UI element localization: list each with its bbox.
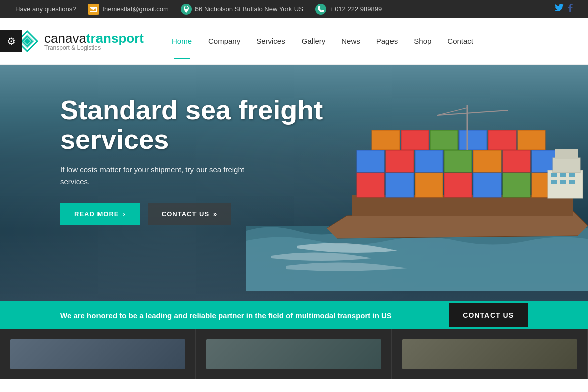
svg-rect-23 <box>459 130 487 150</box>
svg-rect-17 <box>473 150 501 172</box>
nav-item-news[interactable]: News <box>333 23 368 59</box>
nav-item-gallery[interactable]: Gallery <box>293 23 334 59</box>
read-more-button[interactable]: READ MORE › <box>60 203 140 225</box>
svg-rect-15 <box>415 150 443 172</box>
svg-rect-24 <box>488 130 516 150</box>
topbar-phone[interactable]: + 012 222 989899 <box>315 4 382 15</box>
svg-rect-16 <box>444 150 472 172</box>
card-item-3 <box>392 329 588 379</box>
nav-item-contact[interactable]: Contact <box>439 23 481 59</box>
logo[interactable]: canavatransport Transport & Logistics <box>15 29 144 53</box>
gear-icon: ⚙ <box>7 35 16 47</box>
settings-button[interactable]: ⚙ <box>0 30 22 52</box>
facebook-icon[interactable] <box>568 3 573 15</box>
topbar-question: Have any questions? <box>15 5 76 13</box>
nav-item-home[interactable]: Home <box>164 23 200 59</box>
email-icon <box>88 4 99 15</box>
svg-rect-33 <box>560 180 566 184</box>
svg-rect-18 <box>503 150 530 172</box>
social-links <box>555 3 573 15</box>
arrow-icon: › <box>123 210 125 218</box>
svg-rect-28 <box>555 149 578 159</box>
phone-icon <box>315 4 326 15</box>
svg-rect-22 <box>430 130 458 150</box>
nav-item-pages[interactable]: Pages <box>368 23 406 59</box>
card-image-3 <box>402 339 577 369</box>
card-image-2 <box>206 339 381 369</box>
svg-rect-11 <box>503 173 530 197</box>
nav-item-shop[interactable]: Shop <box>406 23 439 59</box>
svg-rect-34 <box>569 180 575 184</box>
logo-text: canavatransport Transport & Logistics <box>44 31 144 51</box>
hero-section: Standard sea freight services If low cos… <box>0 65 588 301</box>
hero-title: Standard sea freight services <box>60 95 372 155</box>
svg-rect-5 <box>352 195 573 216</box>
header: ⚙ canavatransport Transport & Logistics … <box>0 18 588 65</box>
banner-strip: We are honored to be a leading and relia… <box>0 301 588 329</box>
svg-rect-30 <box>560 173 566 177</box>
cards-section <box>0 329 588 379</box>
svg-rect-25 <box>518 130 545 150</box>
location-icon <box>181 4 192 15</box>
topbar-address: 66 Nicholson St Buffalo New York US <box>181 4 303 15</box>
hero-subtitle: If low costs matter for your shipment, t… <box>60 164 291 188</box>
banner-text: We are honored to be a leading and relia… <box>60 311 449 320</box>
card-image-1 <box>10 339 185 369</box>
svg-rect-32 <box>551 180 557 184</box>
svg-rect-27 <box>553 158 580 173</box>
main-nav: Home Company Services Gallery News Pages… <box>164 23 573 59</box>
twitter-icon[interactable] <box>555 3 564 15</box>
card-item-1 <box>0 329 196 379</box>
svg-rect-7 <box>386 173 414 197</box>
nav-item-company[interactable]: Company <box>200 23 248 59</box>
card-item-2 <box>196 329 392 379</box>
svg-rect-20 <box>372 130 400 150</box>
svg-rect-21 <box>401 130 429 150</box>
svg-rect-8 <box>415 173 443 197</box>
hero-buttons: READ MORE › CONTACT US » <box>60 203 372 225</box>
svg-rect-10 <box>473 173 501 197</box>
arrow-icon-2: » <box>213 210 217 218</box>
topbar: Have any questions? themesflat@gmail.com… <box>0 0 588 18</box>
svg-rect-9 <box>444 173 472 197</box>
banner-contact-button[interactable]: CONTACT US <box>449 303 528 327</box>
topbar-email[interactable]: themesflat@gmail.com <box>88 4 168 15</box>
svg-rect-29 <box>551 173 557 177</box>
svg-rect-14 <box>386 150 414 172</box>
contact-us-button[interactable]: CONTACT US » <box>148 203 232 225</box>
svg-rect-31 <box>569 173 575 177</box>
nav-item-services[interactable]: Services <box>248 23 293 59</box>
hero-content: Standard sea freight services If low cos… <box>60 95 372 225</box>
